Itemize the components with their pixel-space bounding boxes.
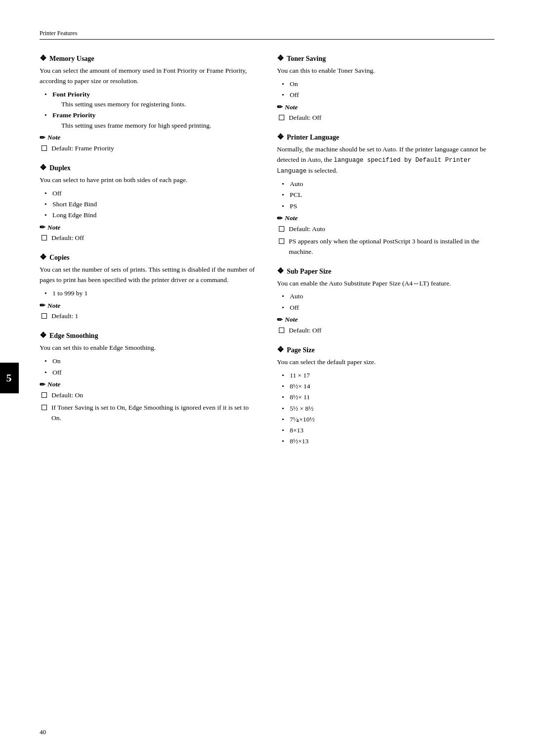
printer-language-body: Normally, the machine should be set to A… xyxy=(277,144,494,211)
page: 5 Printer Features ❖ Memory Usage You ca… xyxy=(0,0,534,756)
right-column: ❖ Toner Saving You can this to enable To… xyxy=(277,53,494,456)
note-item: Default: Off xyxy=(279,326,494,336)
duplex-note: ✏ Note Default: Off xyxy=(40,223,257,243)
checkbox-icon xyxy=(42,405,47,410)
sub-paper-size-title: Sub Paper Size xyxy=(287,268,331,276)
list-item: Long Edge Bind xyxy=(44,210,257,220)
note-item-2: If Toner Saving is set to On, Edge Smoot… xyxy=(42,403,257,424)
memory-usage-body: You can select the amount of memory used… xyxy=(40,66,257,131)
note-item: Default: Off xyxy=(42,233,257,243)
edge-smoothing-text: You can set this to enable Edge Smoothin… xyxy=(40,344,156,351)
note-item-2: PS appears only when the optional PostSc… xyxy=(279,236,494,257)
subpaper-off: Off xyxy=(290,304,299,311)
printer-language-title: Printer Language xyxy=(287,134,339,142)
copies-note: ✏ Note Default: 1 xyxy=(40,301,257,322)
section-title-toner-saving: ❖ Toner Saving xyxy=(277,53,494,63)
list-item: 8½× 11 xyxy=(281,392,494,402)
checkbox-icon xyxy=(279,226,284,232)
left-column: ❖ Memory Usage You can select the amount… xyxy=(40,53,257,456)
edge-off: Off xyxy=(52,369,62,376)
note-icon: ✏ xyxy=(40,301,45,310)
toner-saving-bullets: On Off xyxy=(281,79,494,100)
page-size-text: You can select the default paper size. xyxy=(277,358,376,366)
sub-paper-size-body: You can enable the Auto Substitute Paper… xyxy=(277,279,494,313)
duplex-title: Duplex xyxy=(49,164,71,172)
note-title: ✏ Note xyxy=(40,301,257,310)
chapter-number: 5 xyxy=(6,372,13,384)
note-label: Note xyxy=(285,103,298,111)
note-item: Default: On xyxy=(42,390,257,401)
edge-smoothing-bullets: On Off xyxy=(44,356,257,378)
note-icon: ✏ xyxy=(277,316,283,324)
diamond-icon: ❖ xyxy=(40,53,46,63)
section-page-size: ❖ Page Size You can select the default p… xyxy=(277,345,494,447)
list-item: 7¹⁄₄×10½ xyxy=(281,415,494,425)
size-8hx11: 8½× 11 xyxy=(290,393,310,401)
font-priority-label: Font Priority xyxy=(52,91,90,98)
section-sub-paper-size: ❖ Sub Paper Size You can enable the Auto… xyxy=(277,266,494,336)
note-icon: ✏ xyxy=(277,103,283,111)
list-item: 5½ × 8½ xyxy=(281,404,494,414)
note-icon: ✏ xyxy=(277,214,283,223)
note-title: ✏ Note xyxy=(40,380,257,389)
memory-usage-title: Memory Usage xyxy=(49,55,94,63)
frame-priority-desc: This setting uses frame memory for high … xyxy=(61,122,211,129)
checkbox-icon xyxy=(42,235,47,240)
diamond-icon: ❖ xyxy=(40,163,46,172)
list-item: 8×13 xyxy=(281,425,494,435)
size-8x13: 8×13 xyxy=(290,426,304,434)
diamond-icon: ❖ xyxy=(40,252,46,262)
edge-smoothing-note: ✏ Note Default: On If Toner Saving is se… xyxy=(40,380,257,424)
lang-ps-note: PS appears only when the optional PostSc… xyxy=(289,236,494,257)
note-label: Note xyxy=(285,316,298,324)
note-label: Note xyxy=(47,224,60,232)
diamond-icon: ❖ xyxy=(277,132,284,142)
copies-text: You can set the number of sets of prints… xyxy=(40,266,255,284)
list-item: Frame Priority This setting uses frame m… xyxy=(44,110,257,131)
note-item: Default: 1 xyxy=(42,311,257,322)
section-memory-usage: ❖ Memory Usage You can select the amount… xyxy=(40,53,257,154)
lang-pcl: PCL xyxy=(290,191,302,198)
sub-paper-size-text: You can enable the Auto Substitute Paper… xyxy=(277,280,451,287)
memory-usage-text: You can select the amount of memory used… xyxy=(40,67,247,85)
section-title-edge-smoothing: ❖ Edge Smoothing xyxy=(40,331,257,340)
note-label: Note xyxy=(47,134,60,142)
note-label: Note xyxy=(47,380,60,388)
note-item: Default: Frame Priority xyxy=(42,143,257,154)
sub-paper-size-bullets: Auto Off xyxy=(281,291,494,313)
list-item: 8½×13 xyxy=(281,436,494,446)
section-copies: ❖ Copies You can set the number of sets … xyxy=(40,252,257,322)
note-title: ✏ Note xyxy=(277,103,494,111)
duplex-body: You can select to have print on both sid… xyxy=(40,175,257,221)
monospace-text: language specified by Default Printer La… xyxy=(277,157,471,174)
memory-usage-note: ✏ Note Default: Frame Priority xyxy=(40,134,257,154)
note-default-frame: Default: Frame Priority xyxy=(51,143,114,154)
size-7qx10h: 7¹⁄₄×10½ xyxy=(290,416,314,423)
page-size-body: You can select the default paper size. 1… xyxy=(277,357,494,447)
list-item: Off xyxy=(281,90,494,100)
subpaper-default: Default: Off xyxy=(289,326,321,336)
toner-saving-text: You can this to enable Toner Saving. xyxy=(277,67,375,74)
duplex-short-edge: Short Edge Bind xyxy=(52,200,97,208)
checkbox-icon xyxy=(279,238,284,244)
list-item: 1 to 999 by 1 xyxy=(44,288,257,298)
toner-saving-note: ✏ Note Default: Off xyxy=(277,103,494,123)
size-8hx13: 8½×13 xyxy=(290,437,309,445)
copies-title: Copies xyxy=(49,254,69,262)
note-title: ✏ Note xyxy=(277,214,494,223)
list-item: Off xyxy=(44,368,257,378)
copies-range: 1 to 999 by 1 xyxy=(52,289,88,297)
section-title-copies: ❖ Copies xyxy=(40,252,257,262)
note-icon: ✏ xyxy=(40,134,45,142)
section-duplex: ❖ Duplex You can select to have print on… xyxy=(40,163,257,244)
note-icon: ✏ xyxy=(40,380,45,389)
toner-on: On xyxy=(290,80,298,88)
edge-smoothing-body: You can set this to enable Edge Smoothin… xyxy=(40,343,257,377)
copies-bullets: 1 to 999 by 1 xyxy=(44,288,257,298)
list-item: Off xyxy=(44,189,257,198)
toner-saving-body: You can this to enable Toner Saving. On … xyxy=(277,66,494,100)
list-item: PS xyxy=(281,201,494,211)
header-title: Printer Features xyxy=(40,30,77,37)
copies-default: Default: 1 xyxy=(51,311,78,322)
copies-body: You can set the number of sets of prints… xyxy=(40,265,257,298)
